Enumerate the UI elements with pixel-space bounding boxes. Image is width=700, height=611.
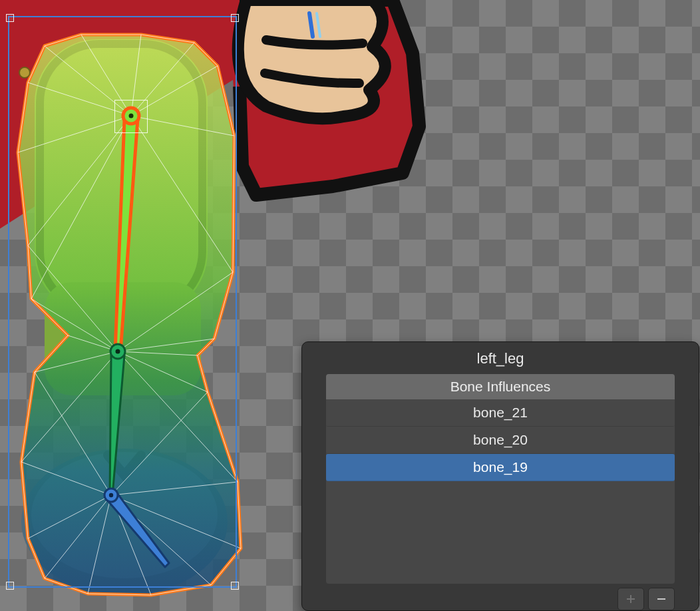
bone-21[interactable] bbox=[115, 108, 139, 352]
svg-marker-45 bbox=[106, 491, 169, 567]
svg-point-40 bbox=[123, 108, 139, 124]
svg-line-7 bbox=[18, 116, 131, 152]
resize-handle-tl[interactable] bbox=[6, 14, 14, 22]
bone-row-bone_19[interactable]: bone_19 bbox=[326, 454, 675, 481]
remove-bone-button[interactable] bbox=[648, 588, 675, 610]
mesh-outline bbox=[18, 35, 241, 595]
sprite-selection-box[interactable] bbox=[8, 16, 237, 588]
svg-line-10 bbox=[81, 35, 131, 116]
svg-point-44 bbox=[116, 349, 120, 354]
svg-line-23 bbox=[118, 351, 208, 392]
svg-line-27 bbox=[118, 116, 131, 351]
svg-point-4 bbox=[31, 452, 218, 578]
svg-line-24 bbox=[35, 351, 118, 372]
svg-line-11 bbox=[131, 35, 141, 116]
resize-handle-bl[interactable] bbox=[6, 582, 14, 590]
svg-line-37 bbox=[28, 495, 111, 538]
svg-line-15 bbox=[131, 116, 233, 272]
svg-line-34 bbox=[111, 495, 151, 595]
svg-line-26 bbox=[118, 351, 238, 482]
resize-handle-tr[interactable] bbox=[231, 14, 239, 22]
bone-19[interactable] bbox=[104, 489, 169, 567]
bone-20[interactable] bbox=[110, 344, 125, 495]
svg-point-46 bbox=[104, 489, 118, 502]
weight-overlay bbox=[18, 35, 241, 595]
svg-marker-42 bbox=[110, 355, 124, 495]
hand-sprite bbox=[238, 0, 385, 118]
bone-influences-panel[interactable]: left_leg Bone Influences bone_21 bone_20… bbox=[301, 341, 699, 611]
mesh-wireframe bbox=[18, 35, 241, 595]
svg-rect-2 bbox=[45, 282, 201, 395]
svg-point-3 bbox=[21, 449, 228, 595]
svg-point-43 bbox=[110, 344, 125, 359]
bone-row-bone_21[interactable]: bone_21 bbox=[326, 399, 675, 427]
bone-influences-header: Bone Influences bbox=[326, 374, 675, 399]
svg-rect-0 bbox=[35, 39, 208, 315]
resize-handle-br[interactable] bbox=[231, 582, 239, 590]
cape-sprite bbox=[0, 0, 419, 233]
svg-line-21 bbox=[118, 339, 214, 351]
svg-marker-39 bbox=[115, 119, 138, 352]
plus-icon bbox=[625, 594, 636, 604]
bone-pivot-handle[interactable] bbox=[114, 100, 148, 133]
vertex-marker[interactable] bbox=[19, 67, 30, 78]
svg-point-41 bbox=[129, 114, 134, 118]
svg-line-19 bbox=[31, 299, 118, 351]
add-bone-button[interactable] bbox=[617, 588, 644, 610]
svg-point-47 bbox=[109, 493, 113, 497]
svg-line-16 bbox=[31, 116, 131, 299]
svg-line-29 bbox=[35, 372, 111, 495]
svg-rect-48 bbox=[657, 598, 665, 600]
svg-line-13 bbox=[131, 66, 218, 116]
svg-line-33 bbox=[111, 495, 211, 585]
svg-rect-1 bbox=[40, 44, 202, 310]
svg-line-6 bbox=[28, 116, 131, 246]
bone-row-bone_20[interactable]: bone_20 bbox=[326, 427, 675, 454]
svg-line-18 bbox=[28, 246, 118, 351]
svg-line-30 bbox=[111, 392, 208, 495]
panel-title: left_leg bbox=[302, 342, 699, 374]
svg-line-17 bbox=[118, 272, 233, 351]
bone-influences-list[interactable]: bone_21 bone_20 bone_19 bbox=[326, 399, 675, 584]
svg-line-31 bbox=[111, 482, 238, 495]
svg-line-9 bbox=[45, 46, 131, 116]
svg-line-28 bbox=[21, 462, 111, 495]
minus-icon bbox=[656, 594, 667, 604]
svg-line-8 bbox=[28, 83, 131, 116]
svg-line-22 bbox=[118, 351, 198, 355]
svg-line-20 bbox=[68, 335, 118, 351]
svg-line-38 bbox=[111, 351, 118, 495]
sprite-editor-viewport[interactable]: left_leg Bone Influences bone_21 bone_20… bbox=[0, 0, 700, 611]
svg-line-32 bbox=[111, 495, 241, 548]
svg-line-14 bbox=[131, 116, 234, 136]
svg-line-25 bbox=[21, 351, 118, 462]
svg-line-12 bbox=[131, 43, 194, 116]
svg-line-36 bbox=[45, 495, 111, 578]
svg-marker-5 bbox=[18, 35, 241, 595]
svg-line-35 bbox=[88, 495, 111, 594]
